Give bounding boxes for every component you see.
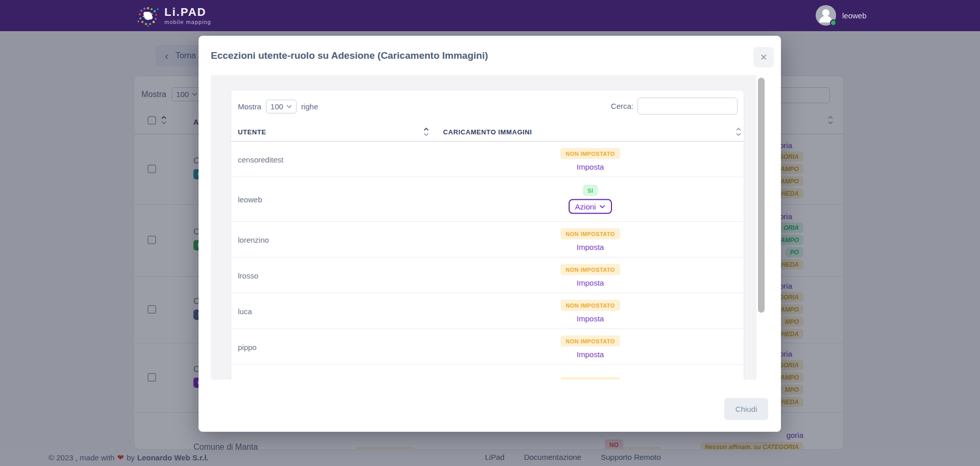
table-row: leoweb SI Azioni: [231, 177, 744, 222]
status-badge: SI: [583, 185, 598, 196]
table-row: pippo NON IMPOSTATO Imposta: [231, 329, 744, 365]
table-row: lorenzino NON IMPOSTATO Imposta: [231, 222, 744, 258]
status-cell: NON IMPOSTATO: [443, 377, 738, 380]
column-header-caricamento[interactable]: CARICAMENTO IMMAGINI: [443, 128, 532, 136]
eccezioni-modal: Eccezioni utente-ruolo su Adesione (Cari…: [199, 36, 781, 432]
imposta-link[interactable]: Imposta: [577, 350, 604, 358]
modal-title: Eccezioni utente-ruolo su Adesione (Cari…: [211, 50, 488, 61]
status-cell: NON IMPOSTATO Imposta: [443, 335, 738, 358]
sort-icon[interactable]: [736, 126, 742, 137]
chiudi-button[interactable]: Chiudi: [724, 398, 768, 420]
avatar: [816, 5, 836, 26]
close-icon[interactable]: ✕: [753, 47, 774, 67]
logo-subtitle: mobile mapping: [164, 19, 211, 25]
chevron-down-icon: [286, 105, 292, 108]
table-row: luca NON IMPOSTATO Imposta: [231, 293, 744, 329]
status-cell: SI Azioni: [443, 185, 738, 214]
search-input[interactable]: [638, 98, 738, 114]
table-row: censoreditest NON IMPOSTATO Imposta: [231, 142, 744, 177]
modal-table-card: Mostra 100 righe Cerca: UTENTE CARICAMEN…: [231, 90, 744, 380]
imposta-link[interactable]: Imposta: [577, 314, 604, 322]
status-badge: NON IMPOSTATO: [560, 299, 620, 311]
status-badge: NON IMPOSTATO: [560, 335, 620, 346]
scrollbar-track[interactable]: [756, 75, 766, 380]
status-badge: NON IMPOSTATO: [560, 377, 620, 380]
status-cell: NON IMPOSTATO Imposta: [443, 148, 738, 171]
azioni-dropdown-button[interactable]: Azioni: [569, 199, 612, 214]
username: leoweb: [842, 11, 867, 20]
user-cell: test: [238, 378, 250, 380]
status-badge: NON IMPOSTATO: [560, 148, 620, 159]
sort-icon[interactable]: [423, 126, 429, 137]
status-badge: NON IMPOSTATO: [560, 264, 620, 275]
online-status-dot: [830, 19, 837, 26]
logo-title: Li.PAD: [164, 7, 211, 18]
user-menu[interactable]: leoweb: [816, 5, 867, 26]
user-cell: censoreditest: [238, 155, 283, 164]
righe-label: righe: [301, 102, 318, 111]
chevron-down-icon: [599, 204, 605, 208]
page-size-select[interactable]: 100: [266, 100, 297, 113]
lipad-logo[interactable]: Li.PAD mobile mapping: [136, 4, 211, 28]
column-header-utente[interactable]: UTENTE: [238, 128, 266, 136]
modal-table-rows: censoreditest NON IMPOSTATO Imposta leow…: [231, 142, 744, 380]
user-cell: lrosso: [238, 271, 258, 279]
top-navigation-bar: Li.PAD mobile mapping leoweb: [0, 0, 980, 31]
imposta-link[interactable]: Imposta: [577, 162, 604, 171]
imposta-link[interactable]: Imposta: [577, 242, 604, 251]
lipad-logo-icon: [136, 4, 160, 28]
table-row: lrosso NON IMPOSTATO Imposta: [231, 258, 744, 293]
user-cell: pippo: [238, 342, 257, 351]
status-cell: NON IMPOSTATO Imposta: [443, 299, 738, 322]
user-cell: lorenzino: [238, 235, 269, 244]
status-cell: NON IMPOSTATO Imposta: [443, 264, 738, 287]
user-cell: leoweb: [238, 195, 262, 204]
cerca-label: Cerca:: [611, 102, 633, 110]
status-cell: NON IMPOSTATO Imposta: [443, 228, 738, 251]
user-cell: luca: [238, 307, 252, 315]
table-row: test NON IMPOSTATO: [231, 365, 744, 380]
modal-table-header: UTENTE CARICAMENTO IMMAGINI: [231, 124, 744, 142]
imposta-link[interactable]: Imposta: [577, 278, 604, 287]
scrollbar-thumb[interactable]: [758, 78, 765, 313]
mostra-label: Mostra: [238, 102, 261, 111]
modal-body: Mostra 100 righe Cerca: UTENTE CARICAMEN…: [211, 75, 766, 380]
status-badge: NON IMPOSTATO: [560, 228, 620, 239]
